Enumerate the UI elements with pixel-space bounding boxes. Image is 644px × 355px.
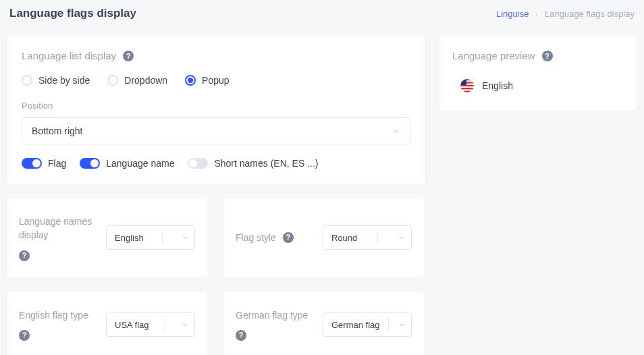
svg-rect-7 — [460, 79, 466, 85]
language-preview-item: English — [452, 79, 623, 92]
chevron-down-icon — [398, 234, 406, 242]
radio-icon — [185, 75, 196, 86]
language-list-display-label: Language list display ? — [22, 50, 134, 61]
help-icon[interactable]: ? — [283, 232, 294, 243]
toggle-label: Short names (EN, ES ...) — [214, 158, 318, 169]
section-label-text: Language preview — [452, 50, 535, 61]
svg-rect-5 — [460, 88, 474, 89]
english-flag-type-select[interactable]: USA flag — [106, 312, 195, 337]
help-icon[interactable]: ? — [542, 51, 553, 61]
divider — [165, 317, 165, 332]
language-names-display-card: Language names display ? English — [7, 198, 207, 277]
preview-item-label: English — [482, 80, 513, 91]
select-value: English — [115, 233, 144, 243]
toggle-label: Flag — [48, 158, 66, 169]
german-flag-type-select[interactable]: German flag — [323, 312, 412, 337]
select-value: USA flag — [115, 320, 149, 330]
field-label: German flag type — [236, 310, 308, 321]
field-label: English flag type — [19, 310, 88, 321]
toggle-short-names[interactable] — [188, 158, 208, 169]
flag-style-select[interactable]: Round — [323, 225, 412, 250]
breadcrumb-current: Language flags display — [545, 9, 635, 19]
radio-label: Popup — [202, 75, 229, 86]
select-value: Bottom right — [32, 126, 82, 136]
page-title: Language flags display — [9, 7, 136, 20]
breadcrumb: Linguise › Language flags display — [496, 9, 635, 19]
divider — [388, 317, 389, 332]
language-names-display-select[interactable]: English — [106, 225, 195, 250]
radio-label: Side by side — [38, 75, 90, 86]
toggle-flag[interactable] — [22, 158, 42, 169]
select-value: German flag — [331, 320, 380, 330]
help-icon[interactable]: ? — [236, 330, 246, 341]
section-label-text: Language list display — [22, 50, 116, 61]
divider — [162, 230, 163, 245]
svg-rect-6 — [460, 91, 474, 92]
chevron-down-icon — [398, 321, 406, 329]
field-label: Flag style — [236, 231, 276, 244]
usa-flag-icon — [460, 79, 474, 92]
radio-label: Dropdown — [124, 75, 167, 86]
toggle-label: Language name — [106, 158, 174, 169]
field-label: Language names display — [19, 216, 92, 240]
breadcrumb-root[interactable]: Linguise — [496, 9, 529, 19]
position-select[interactable]: Bottom right — [22, 117, 410, 144]
divider — [377, 230, 378, 245]
position-label: Position — [22, 101, 410, 111]
radio-popup[interactable]: Popup — [185, 75, 229, 86]
svg-rect-4 — [460, 85, 474, 86]
toggle-language-name[interactable] — [80, 158, 100, 169]
chevron-down-icon — [181, 234, 189, 242]
flag-style-card: Flag style ? Round — [223, 198, 424, 277]
help-icon[interactable]: ? — [123, 51, 134, 61]
svg-rect-2 — [460, 79, 474, 80]
radio-dropdown[interactable]: Dropdown — [107, 75, 167, 86]
chevron-down-icon — [392, 127, 400, 135]
select-value: Round — [331, 233, 357, 243]
language-preview-label: Language preview ? — [452, 50, 553, 61]
help-icon[interactable]: ? — [19, 330, 30, 341]
radio-icon — [107, 75, 118, 86]
chevron-down-icon — [181, 321, 189, 329]
german-flag-type-card: German flag type ? German flag — [223, 292, 424, 355]
help-icon[interactable]: ? — [19, 250, 30, 261]
english-flag-type-card: English flag type ? USA flag — [7, 292, 207, 355]
radio-side-by-side[interactable]: Side by side — [22, 75, 90, 86]
radio-icon — [22, 75, 32, 86]
chevron-right-icon: › — [535, 9, 538, 19]
